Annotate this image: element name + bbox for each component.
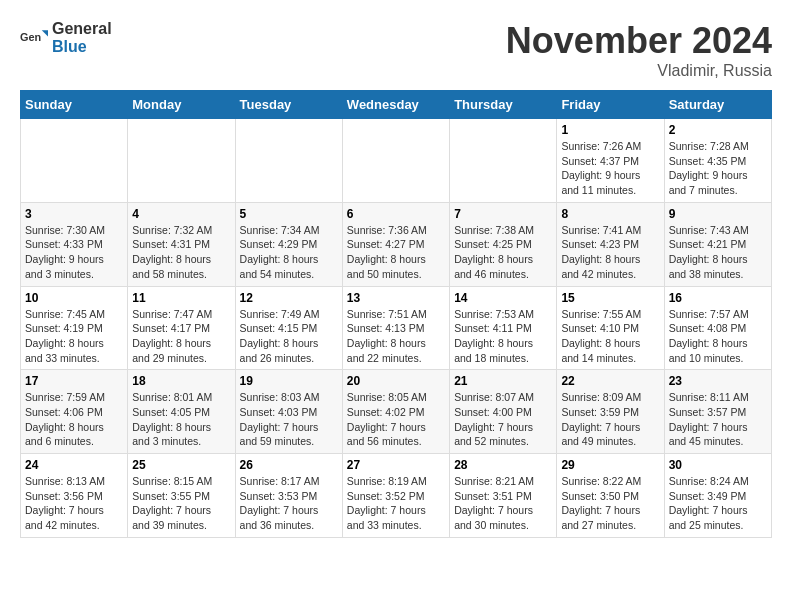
day-header-sunday: Sunday: [21, 91, 128, 119]
svg-marker-1: [42, 30, 48, 36]
day-number: 20: [347, 374, 445, 388]
day-cell: 3Sunrise: 7:30 AM Sunset: 4:33 PM Daylig…: [21, 202, 128, 286]
day-cell: 12Sunrise: 7:49 AM Sunset: 4:15 PM Dayli…: [235, 286, 342, 370]
day-cell: [235, 119, 342, 203]
day-info: Sunrise: 8:03 AM Sunset: 4:03 PM Dayligh…: [240, 390, 338, 449]
day-info: Sunrise: 8:19 AM Sunset: 3:52 PM Dayligh…: [347, 474, 445, 533]
logo-icon: Gen: [20, 24, 48, 52]
day-cell: 23Sunrise: 8:11 AM Sunset: 3:57 PM Dayli…: [664, 370, 771, 454]
day-number: 19: [240, 374, 338, 388]
day-cell: 2Sunrise: 7:28 AM Sunset: 4:35 PM Daylig…: [664, 119, 771, 203]
day-number: 21: [454, 374, 552, 388]
day-number: 18: [132, 374, 230, 388]
day-number: 1: [561, 123, 659, 137]
day-info: Sunrise: 7:43 AM Sunset: 4:21 PM Dayligh…: [669, 223, 767, 282]
day-number: 2: [669, 123, 767, 137]
day-number: 7: [454, 207, 552, 221]
day-cell: 6Sunrise: 7:36 AM Sunset: 4:27 PM Daylig…: [342, 202, 449, 286]
month-title: November 2024: [506, 20, 772, 62]
calendar-body: 1Sunrise: 7:26 AM Sunset: 4:37 PM Daylig…: [21, 119, 772, 538]
day-info: Sunrise: 8:11 AM Sunset: 3:57 PM Dayligh…: [669, 390, 767, 449]
day-number: 28: [454, 458, 552, 472]
day-number: 23: [669, 374, 767, 388]
svg-text:Gen: Gen: [20, 31, 41, 43]
day-info: Sunrise: 8:17 AM Sunset: 3:53 PM Dayligh…: [240, 474, 338, 533]
day-cell: 25Sunrise: 8:15 AM Sunset: 3:55 PM Dayli…: [128, 454, 235, 538]
day-cell: 26Sunrise: 8:17 AM Sunset: 3:53 PM Dayli…: [235, 454, 342, 538]
day-number: 16: [669, 291, 767, 305]
day-info: Sunrise: 7:51 AM Sunset: 4:13 PM Dayligh…: [347, 307, 445, 366]
logo: Gen General Blue: [20, 20, 112, 56]
day-cell: 10Sunrise: 7:45 AM Sunset: 4:19 PM Dayli…: [21, 286, 128, 370]
day-number: 25: [132, 458, 230, 472]
day-number: 12: [240, 291, 338, 305]
day-info: Sunrise: 8:09 AM Sunset: 3:59 PM Dayligh…: [561, 390, 659, 449]
day-info: Sunrise: 7:32 AM Sunset: 4:31 PM Dayligh…: [132, 223, 230, 282]
day-cell: 8Sunrise: 7:41 AM Sunset: 4:23 PM Daylig…: [557, 202, 664, 286]
week-row-2: 3Sunrise: 7:30 AM Sunset: 4:33 PM Daylig…: [21, 202, 772, 286]
day-number: 8: [561, 207, 659, 221]
day-cell: 5Sunrise: 7:34 AM Sunset: 4:29 PM Daylig…: [235, 202, 342, 286]
day-cell: 1Sunrise: 7:26 AM Sunset: 4:37 PM Daylig…: [557, 119, 664, 203]
day-cell: 7Sunrise: 7:38 AM Sunset: 4:25 PM Daylig…: [450, 202, 557, 286]
day-cell: 11Sunrise: 7:47 AM Sunset: 4:17 PM Dayli…: [128, 286, 235, 370]
location: Vladimir, Russia: [506, 62, 772, 80]
day-number: 3: [25, 207, 123, 221]
day-cell: 16Sunrise: 7:57 AM Sunset: 4:08 PM Dayli…: [664, 286, 771, 370]
day-info: Sunrise: 7:36 AM Sunset: 4:27 PM Dayligh…: [347, 223, 445, 282]
day-number: 27: [347, 458, 445, 472]
day-cell: 4Sunrise: 7:32 AM Sunset: 4:31 PM Daylig…: [128, 202, 235, 286]
day-info: Sunrise: 8:07 AM Sunset: 4:00 PM Dayligh…: [454, 390, 552, 449]
day-number: 30: [669, 458, 767, 472]
day-cell: 21Sunrise: 8:07 AM Sunset: 4:00 PM Dayli…: [450, 370, 557, 454]
day-number: 6: [347, 207, 445, 221]
day-cell: [342, 119, 449, 203]
day-cell: 18Sunrise: 8:01 AM Sunset: 4:05 PM Dayli…: [128, 370, 235, 454]
week-row-5: 24Sunrise: 8:13 AM Sunset: 3:56 PM Dayli…: [21, 454, 772, 538]
week-row-1: 1Sunrise: 7:26 AM Sunset: 4:37 PM Daylig…: [21, 119, 772, 203]
day-number: 15: [561, 291, 659, 305]
day-info: Sunrise: 8:05 AM Sunset: 4:02 PM Dayligh…: [347, 390, 445, 449]
day-info: Sunrise: 7:30 AM Sunset: 4:33 PM Dayligh…: [25, 223, 123, 282]
day-header-saturday: Saturday: [664, 91, 771, 119]
day-info: Sunrise: 7:41 AM Sunset: 4:23 PM Dayligh…: [561, 223, 659, 282]
day-info: Sunrise: 8:22 AM Sunset: 3:50 PM Dayligh…: [561, 474, 659, 533]
day-number: 17: [25, 374, 123, 388]
day-info: Sunrise: 7:28 AM Sunset: 4:35 PM Dayligh…: [669, 139, 767, 198]
day-info: Sunrise: 8:24 AM Sunset: 3:49 PM Dayligh…: [669, 474, 767, 533]
day-info: Sunrise: 7:59 AM Sunset: 4:06 PM Dayligh…: [25, 390, 123, 449]
day-info: Sunrise: 8:15 AM Sunset: 3:55 PM Dayligh…: [132, 474, 230, 533]
day-info: Sunrise: 7:47 AM Sunset: 4:17 PM Dayligh…: [132, 307, 230, 366]
day-info: Sunrise: 7:53 AM Sunset: 4:11 PM Dayligh…: [454, 307, 552, 366]
day-cell: 24Sunrise: 8:13 AM Sunset: 3:56 PM Dayli…: [21, 454, 128, 538]
calendar-header-row: SundayMondayTuesdayWednesdayThursdayFrid…: [21, 91, 772, 119]
day-number: 10: [25, 291, 123, 305]
day-number: 26: [240, 458, 338, 472]
day-info: Sunrise: 7:38 AM Sunset: 4:25 PM Dayligh…: [454, 223, 552, 282]
day-info: Sunrise: 7:55 AM Sunset: 4:10 PM Dayligh…: [561, 307, 659, 366]
day-cell: 22Sunrise: 8:09 AM Sunset: 3:59 PM Dayli…: [557, 370, 664, 454]
day-header-tuesday: Tuesday: [235, 91, 342, 119]
day-cell: 15Sunrise: 7:55 AM Sunset: 4:10 PM Dayli…: [557, 286, 664, 370]
day-number: 4: [132, 207, 230, 221]
day-header-wednesday: Wednesday: [342, 91, 449, 119]
day-cell: [128, 119, 235, 203]
day-cell: 13Sunrise: 7:51 AM Sunset: 4:13 PM Dayli…: [342, 286, 449, 370]
day-cell: 29Sunrise: 8:22 AM Sunset: 3:50 PM Dayli…: [557, 454, 664, 538]
day-number: 22: [561, 374, 659, 388]
logo-text: General Blue: [52, 20, 112, 56]
calendar-table: SundayMondayTuesdayWednesdayThursdayFrid…: [20, 90, 772, 538]
day-cell: 27Sunrise: 8:19 AM Sunset: 3:52 PM Dayli…: [342, 454, 449, 538]
day-info: Sunrise: 8:01 AM Sunset: 4:05 PM Dayligh…: [132, 390, 230, 449]
day-cell: 14Sunrise: 7:53 AM Sunset: 4:11 PM Dayli…: [450, 286, 557, 370]
day-cell: [21, 119, 128, 203]
day-cell: 17Sunrise: 7:59 AM Sunset: 4:06 PM Dayli…: [21, 370, 128, 454]
day-cell: 19Sunrise: 8:03 AM Sunset: 4:03 PM Dayli…: [235, 370, 342, 454]
day-cell: 30Sunrise: 8:24 AM Sunset: 3:49 PM Dayli…: [664, 454, 771, 538]
day-cell: 9Sunrise: 7:43 AM Sunset: 4:21 PM Daylig…: [664, 202, 771, 286]
day-info: Sunrise: 7:49 AM Sunset: 4:15 PM Dayligh…: [240, 307, 338, 366]
day-info: Sunrise: 7:45 AM Sunset: 4:19 PM Dayligh…: [25, 307, 123, 366]
week-row-3: 10Sunrise: 7:45 AM Sunset: 4:19 PM Dayli…: [21, 286, 772, 370]
day-number: 11: [132, 291, 230, 305]
day-number: 14: [454, 291, 552, 305]
